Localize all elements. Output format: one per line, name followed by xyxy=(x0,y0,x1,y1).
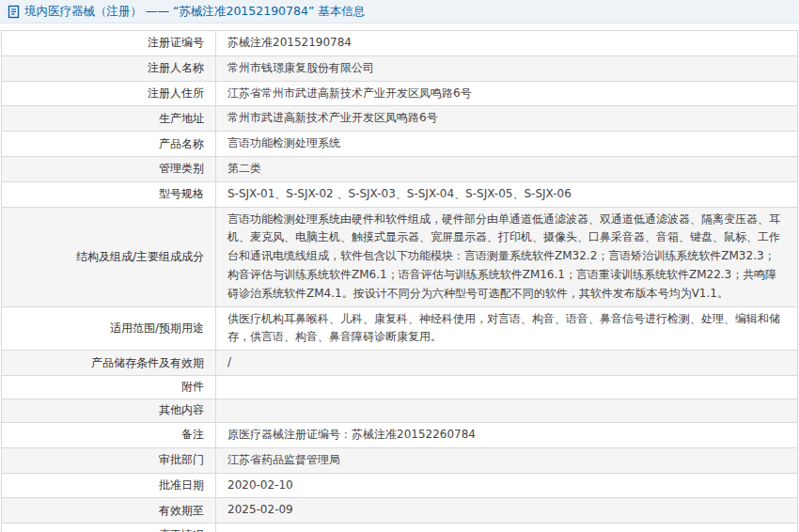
row-value: 第二类 xyxy=(216,157,797,181)
table-row: 注册人名称常州市钱璟康复股份有限公司 xyxy=(2,56,797,82)
table-row: 注册人住所江苏省常州市武进高新技术产业开发区凤鸣路6号 xyxy=(2,82,797,107)
row-label-text: 其他内容 xyxy=(159,402,204,418)
row-label: 审批部门 xyxy=(2,448,216,473)
table-row: 注册证编号苏械注准20152190784 xyxy=(2,31,797,56)
document-icon xyxy=(8,5,20,19)
row-value: / xyxy=(216,351,797,375)
row-label-text: 生产地址 xyxy=(159,111,204,127)
table-row: 型号规格S-SJX-01、S-SJX-02 、S-SJX-03、S-SJX-04… xyxy=(2,182,797,208)
table-row: 有效期至2025-02-09 xyxy=(2,498,797,524)
row-label: 变更情况 xyxy=(2,524,216,532)
row-label-text: 产品名称 xyxy=(159,136,204,152)
row-label: 注册证编号 xyxy=(2,31,216,55)
table-row: 批准日期2020-02-10 xyxy=(2,474,797,499)
table-row: 备注原医疗器械注册证编号：苏械注准20152260784 xyxy=(2,423,797,448)
row-label: 生产地址 xyxy=(2,106,216,131)
table-row: 附件 xyxy=(2,376,797,399)
table-row: 产品名称言语功能检测处理系统 xyxy=(2,132,797,157)
row-value: S-SJX-01、S-SJX-02 、S-SJX-03、S-SJX-04、S-S… xyxy=(216,182,797,207)
row-value xyxy=(216,524,797,532)
row-value: 2025-02-09 xyxy=(216,498,797,523)
table-row: 生产地址常州市武进高新技术产业开发区凤鸣路6号 xyxy=(2,106,797,132)
table-row: 变更情况 xyxy=(2,524,797,532)
row-label: 批准日期 xyxy=(2,474,216,498)
row-label: 其他内容 xyxy=(2,399,216,422)
row-label: 型号规格 xyxy=(2,182,216,207)
row-label: 有效期至 xyxy=(2,498,216,523)
row-label-text: 适用范围/预期用途 xyxy=(110,321,204,336)
row-label: 管理类别 xyxy=(2,157,216,181)
row-label-text: 附件 xyxy=(181,379,204,395)
row-value: 言语功能检测处理系统由硬件和软件组成，硬件部分由单通道低通滤波器、双通道低通滤波… xyxy=(216,208,797,306)
row-value: 江苏省常州市武进高新技术产业开发区凤鸣路6号 xyxy=(216,82,797,106)
row-value: 常州市钱璟康复股份有限公司 xyxy=(216,56,797,81)
row-label: 适用范围/预期用途 xyxy=(2,307,216,351)
table-row: 产品储存条件及有效期/ xyxy=(2,351,797,376)
row-label-text: 管理类别 xyxy=(159,161,204,177)
row-label: 产品储存条件及有效期 xyxy=(2,351,216,375)
row-value: 供医疗机构耳鼻喉科、儿科、康复科、神经科使用，对言语、构音、语音、鼻音信号进行检… xyxy=(216,307,797,351)
page-header: 境内医疗器械（注册） —— “苏械注准20152190784” 基本信息 xyxy=(0,0,799,23)
row-label-text: 注册人住所 xyxy=(148,86,204,102)
row-label-text: 审批部门 xyxy=(159,452,204,468)
row-value: 言语功能检测处理系统 xyxy=(216,132,797,156)
table-row: 其他内容 xyxy=(2,399,797,423)
row-label-text: 注册人名称 xyxy=(148,60,204,76)
row-value: 苏械注准20152190784 xyxy=(216,31,797,55)
row-value: 原医疗器械注册证编号：苏械注准20152260784 xyxy=(216,423,797,447)
row-value xyxy=(216,376,797,399)
row-value: 2020-02-10 xyxy=(216,474,797,498)
row-label: 备注 xyxy=(2,423,216,447)
table-row: 管理类别第二类 xyxy=(2,157,797,182)
row-label-text: 注册证编号 xyxy=(148,35,204,51)
row-label-text: 型号规格 xyxy=(159,186,204,202)
row-value xyxy=(216,399,797,422)
row-label: 注册人名称 xyxy=(2,56,216,81)
row-label-text: 批准日期 xyxy=(159,477,204,493)
table-row: 审批部门江苏省药品监督管理局 xyxy=(2,448,797,474)
row-label: 附件 xyxy=(2,376,216,399)
table-row: 结构及组成/主要组成成分言语功能检测处理系统由硬件和软件组成，硬件部分由单通道低… xyxy=(2,208,797,307)
table-row: 适用范围/预期用途供医疗机构耳鼻喉科、儿科、康复科、神经科使用，对言语、构音、语… xyxy=(2,307,797,352)
row-value: 常州市武进高新技术产业开发区凤鸣路6号 xyxy=(216,106,797,131)
row-label-text: 产品储存条件及有效期 xyxy=(91,355,204,371)
registration-info-table: 注册证编号苏械注准20152190784注册人名称常州市钱璟康复股份有限公司注册… xyxy=(1,30,798,532)
row-label: 注册人住所 xyxy=(2,82,216,106)
row-label: 产品名称 xyxy=(2,132,216,156)
row-value: 江苏省药品监督管理局 xyxy=(216,448,797,473)
page-title: 境内医疗器械（注册） —— “苏械注准20152190784” 基本信息 xyxy=(24,4,365,20)
medical-device-registration-page: 境内医疗器械（注册） —— “苏械注准20152190784” 基本信息 注册证… xyxy=(0,0,799,532)
row-label: 结构及组成/主要组成成分 xyxy=(2,208,216,306)
row-label-text: 备注 xyxy=(181,427,204,443)
row-label-text: 结构及组成/主要组成成分 xyxy=(76,249,204,265)
row-label-text: 有效期至 xyxy=(159,503,204,519)
row-label-text: 变更情况 xyxy=(159,527,204,532)
